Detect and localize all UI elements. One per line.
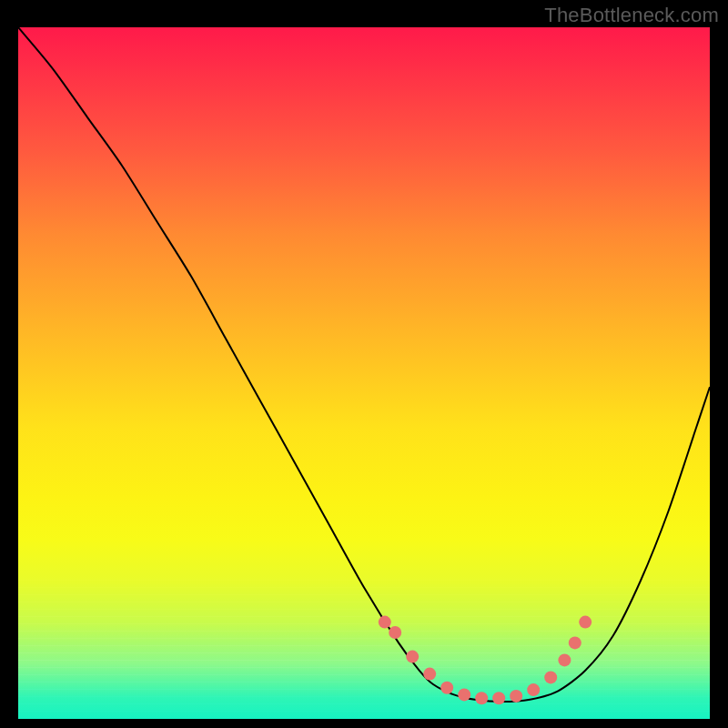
plot-area (18, 27, 710, 719)
highlight-dot (458, 688, 470, 701)
highlight-dot (423, 668, 436, 681)
bottleneck-curve (18, 27, 710, 702)
curve-svg (18, 27, 710, 719)
chart-frame: TheBottleneck.com (0, 0, 728, 728)
highlight-dot (510, 690, 522, 703)
highlight-dot (558, 653, 571, 666)
highlight-dot (440, 682, 453, 694)
highlight-dot (475, 692, 488, 704)
highlight-dot-group (379, 616, 592, 705)
highlight-dot (389, 626, 401, 639)
highlight-dot (406, 651, 419, 663)
highlight-dot (569, 636, 581, 649)
highlight-dot (379, 616, 391, 629)
highlight-dot (579, 616, 592, 629)
highlight-dot (492, 692, 505, 704)
highlight-dot (527, 683, 540, 696)
watermark-text: TheBottleneck.com (544, 4, 719, 27)
highlight-dot (544, 671, 557, 683)
